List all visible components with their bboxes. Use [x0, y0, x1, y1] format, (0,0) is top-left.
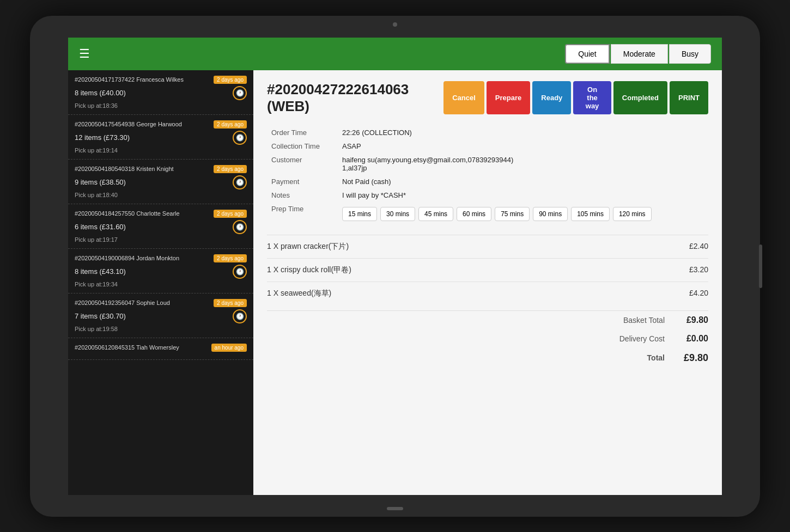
order-badge: 2 days ago [214, 165, 247, 173]
order-badge: 2 days ago [214, 210, 247, 218]
order-items-text: 8 items (£40.00) [75, 89, 126, 97]
order-line-item: 1 X prawn cracker(下片) £2.40 [267, 235, 708, 258]
clock-icon: 🕐 [233, 175, 247, 189]
detail-pane: #20200427222614063 (WEB) Cancel Prepare … [253, 70, 722, 495]
main-content: #20200504171737422 Francesca Wilkes 2 da… [68, 70, 722, 495]
order-badge: 2 days ago [214, 76, 247, 84]
mode-quiet[interactable]: Quiet [565, 44, 609, 64]
order-detail-title: #20200427222614063 (WEB) [267, 81, 443, 115]
prepare-button[interactable]: Prepare [487, 81, 530, 114]
print-button[interactable]: PRINT [670, 81, 708, 114]
order-badge: 2 days ago [214, 299, 247, 307]
order-list-item[interactable]: #20200506120845315 Tiah Womersley an hou… [68, 338, 253, 360]
collection-time-row: Collection Time ASAP [267, 139, 708, 153]
order-list-item[interactable]: #20200504175454938 George Harwood 2 days… [68, 115, 253, 160]
order-id: #20200504171737422 Francesca Wilkes [75, 76, 184, 83]
order-time-row: Order Time 22:26 (COLLECTION) [267, 126, 708, 139]
order-line-price: £3.20 [689, 265, 708, 275]
order-pickup: Pick up at:19:58 [75, 326, 247, 332]
home-button [387, 507, 403, 510]
notes-label: Notes [267, 188, 338, 202]
total-label: Total [647, 353, 665, 362]
order-list-item[interactable]: #20200504184257550 Charlotte Searle 2 da… [68, 204, 253, 249]
on-the-way-button[interactable]: On the way [573, 81, 611, 114]
order-list-item[interactable]: #20200504180540318 Kristen Knight 2 days… [68, 160, 253, 204]
order-items-text: 12 items (£73.30) [75, 133, 130, 142]
order-line-desc: 1 X seaweed(海草) [267, 289, 331, 298]
completed-button[interactable]: Completed [613, 81, 667, 114]
order-line-desc: 1 X crispy duck roll(甲卷) [267, 265, 351, 275]
prep-time-option[interactable]: 105 mins [571, 207, 610, 221]
order-items-text: 8 items (£43.10) [75, 267, 126, 276]
order-pickup: Pick up at:19:34 [75, 281, 247, 288]
basket-total-row: Basket Total £9.80 [267, 311, 708, 329]
ready-button[interactable]: Ready [532, 81, 571, 114]
order-badge: 2 days ago [214, 254, 247, 262]
mode-busy[interactable]: Busy [669, 44, 711, 64]
order-id: #20200504192356047 Sophie Loud [75, 299, 170, 306]
order-id: #20200504180540318 Kristen Knight [75, 166, 174, 172]
order-list: #20200504171737422 Francesca Wilkes 2 da… [68, 70, 253, 360]
clock-icon: 🕐 [233, 86, 247, 100]
payment-row: Payment Not Paid (cash) [267, 175, 708, 188]
mode-buttons: Quiet Moderate Busy [565, 44, 711, 64]
action-buttons: Cancel Prepare Ready On the way Complete… [443, 81, 708, 114]
clock-icon: 🕐 [233, 131, 247, 145]
prep-time-option[interactable]: 15 mins [342, 207, 377, 221]
tablet-frame: ☰ Quiet Moderate Busy #20200504171737422… [30, 16, 760, 517]
customer-value: haifeng su(amy.young.etsy@gmail.com,0783… [338, 153, 708, 175]
prep-time-option[interactable]: 45 mins [418, 207, 453, 221]
cancel-button[interactable]: Cancel [443, 81, 484, 114]
order-id: #20200504190006894 Jordan Monkton [75, 255, 179, 261]
order-info-table: Order Time 22:26 (COLLECTION) Collection… [267, 126, 708, 224]
basket-total-value: £9.80 [676, 315, 708, 325]
order-list-item[interactable]: #20200504171737422 Francesca Wilkes 2 da… [68, 70, 253, 115]
clock-icon: 🕐 [233, 309, 247, 323]
order-items-text: 6 items (£31.60) [75, 223, 126, 231]
menu-icon[interactable]: ☰ [79, 47, 90, 61]
side-button [759, 244, 762, 288]
order-line-price: £4.20 [689, 289, 708, 298]
collection-time-value: ASAP [338, 139, 708, 153]
order-time-value: 22:26 (COLLECTION) [338, 126, 708, 139]
total-value: £9.80 [676, 352, 708, 364]
mode-moderate[interactable]: Moderate [611, 44, 668, 64]
order-list-item[interactable]: #20200504190006894 Jordan Monkton 2 days… [68, 249, 253, 293]
prep-time-label: Prep Time [267, 202, 338, 224]
order-pickup: Pick up at:18:40 [75, 192, 247, 198]
totals-section: Basket Total £9.80 Delivery Cost £0.00 T… [267, 310, 708, 368]
notes-value: I will pay by *CASH* [338, 188, 708, 202]
order-badge: an hour ago [211, 344, 247, 352]
delivery-cost-label: Delivery Cost [619, 334, 665, 343]
order-line-price: £2.40 [689, 242, 708, 252]
payment-label: Payment [267, 175, 338, 188]
prep-time-option[interactable]: 90 mins [533, 207, 568, 221]
collection-time-label: Collection Time [267, 139, 338, 153]
prep-time-option[interactable]: 120 mins [613, 207, 652, 221]
order-pickup: Pick up at:18:36 [75, 102, 247, 109]
clock-icon: 🕐 [233, 220, 247, 234]
customer-line2: 1,al37jp [342, 164, 704, 172]
delivery-cost-row: Delivery Cost £0.00 [267, 329, 708, 348]
order-title-row: #20200427222614063 (WEB) Cancel Prepare … [267, 81, 708, 115]
order-badge: 2 days ago [214, 120, 247, 129]
order-id: #20200506120845315 Tiah Womersley [75, 344, 179, 351]
prep-time-option[interactable]: 30 mins [380, 207, 415, 221]
basket-total-label: Basket Total [623, 316, 665, 325]
top-bar: ☰ Quiet Moderate Busy [68, 38, 722, 70]
order-line-item: 1 X seaweed(海草) £4.20 [267, 282, 708, 305]
customer-row: Customer haifeng su(amy.young.etsy@gmail… [267, 153, 708, 175]
prep-time-option[interactable]: 60 mins [457, 207, 491, 221]
order-lines: 1 X prawn cracker(下片) £2.40 1 X crispy d… [267, 235, 708, 305]
total-row: Total £9.80 [267, 348, 708, 368]
order-id: #20200504184257550 Charlotte Searle [75, 210, 180, 217]
order-list-item[interactable]: #20200504192356047 Sophie Loud 2 days ag… [68, 293, 253, 338]
customer-line1: haifeng su(amy.young.etsy@gmail.com,0783… [342, 156, 704, 164]
order-pickup: Pick up at:19:14 [75, 147, 247, 154]
order-sidebar: #20200504171737422 Francesca Wilkes 2 da… [68, 70, 253, 495]
prep-time-option[interactable]: 75 mins [495, 207, 530, 221]
order-time-label: Order Time [267, 126, 338, 139]
tablet-screen: ☰ Quiet Moderate Busy #20200504171737422… [68, 38, 722, 495]
customer-label: Customer [267, 153, 338, 175]
order-id: #20200504175454938 George Harwood [75, 121, 182, 127]
